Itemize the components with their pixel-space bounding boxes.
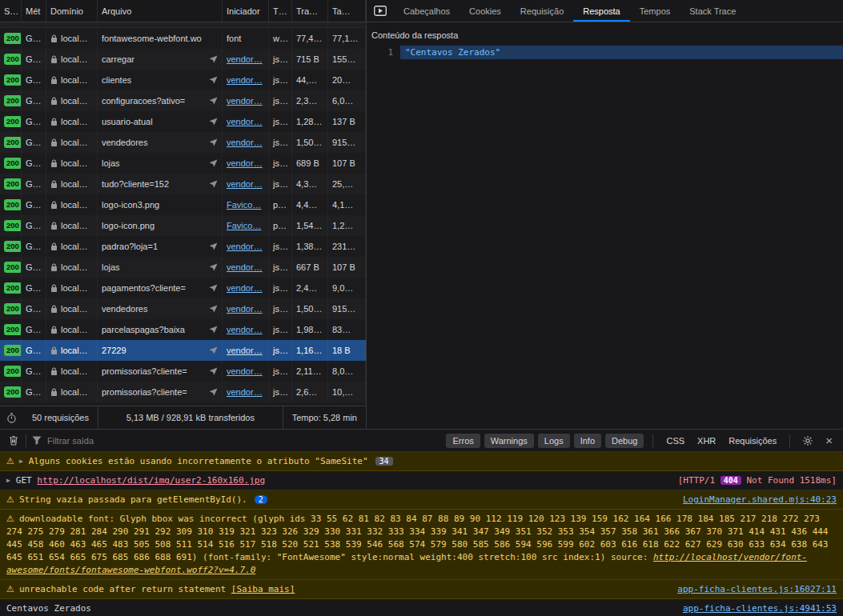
initiator-cell[interactable]: vendor… [223, 340, 269, 361]
details-tab[interactable]: Tempos [630, 0, 680, 22]
column-header[interactable]: T… [269, 0, 292, 22]
initiator-link[interactable]: vendor… [227, 179, 263, 189]
console-filter-category[interactable]: Requisições [725, 434, 781, 448]
network-request-row[interactable]: 200 G… local… clientes vendor… js… 44,… … [0, 70, 366, 90]
response-section-title[interactable]: Conteúdo da resposta [367, 22, 843, 46]
console-filter-category[interactable]: XHR [693, 434, 720, 448]
console-filter-category[interactable]: CSS [662, 434, 688, 448]
source-location-link[interactable]: app-ficha-clientes.js:4941:53 [683, 603, 837, 614]
console-settings-gear-icon[interactable] [799, 430, 817, 451]
initiator-cell[interactable]: Favico… [223, 215, 269, 236]
initiator-cell[interactable]: vendor… [223, 132, 269, 153]
clear-console-icon[interactable] [6, 430, 22, 451]
network-request-row[interactable]: 200 G… local… promissorias?cliente= vend… [0, 361, 366, 382]
column-header[interactable]: Iniciador [223, 0, 269, 22]
initiator-link[interactable]: vendor… [227, 242, 263, 251]
network-request-row[interactable]: 200 G… local… promissorias?cliente= vend… [0, 382, 366, 402]
initiator-link[interactable]: vendor… [227, 96, 263, 106]
console-filter-toggle[interactable]: Info [574, 434, 601, 448]
transferred-cell: 1,54… [292, 215, 328, 236]
initiator-cell[interactable]: vendor… [223, 319, 269, 340]
initiator-link[interactable]: vendor… [227, 325, 263, 334]
initiator-cell[interactable]: vendor… [223, 236, 269, 257]
performance-analysis-icon[interactable] [0, 406, 23, 429]
initiator-cell[interactable]: font [223, 28, 269, 49]
initiator-cell[interactable]: vendor… [223, 111, 269, 132]
initiator-link[interactable]: vendor… [227, 283, 263, 293]
initiator-link[interactable]: Favico… [227, 221, 261, 230]
expand-caret-icon[interactable]: ▶ [6, 477, 10, 484]
console-filter-toggle[interactable]: Warnings [484, 434, 534, 448]
network-request-row[interactable]: 200 G… local… configuracoes?ativo= vendo… [0, 90, 366, 111]
initiator-link[interactable]: vendor… [227, 138, 263, 147]
console-filter-toggle[interactable]: Erros [446, 434, 480, 448]
initiator-cell[interactable]: vendor… [223, 70, 269, 90]
close-split-console-icon[interactable]: × [821, 434, 837, 446]
details-tab[interactable]: Cookies [460, 0, 511, 22]
column-header[interactable]: Tra… [292, 0, 328, 22]
column-header[interactable]: Arquivo [98, 0, 223, 22]
console-message[interactable]: Centavos Zeradosapp-ficha-clientes.js:49… [0, 599, 843, 616]
network-request-row[interactable]: 200 G… local… vendedores vendor… js… 1,5… [0, 298, 366, 319]
network-request-row[interactable]: 200 G… local… lojas vendor… js… 667 B 10… [0, 257, 366, 278]
initiator-cell[interactable]: vendor… [223, 174, 269, 194]
domain-cell: local… [46, 382, 98, 402]
initiator-link[interactable]: vendor… [227, 158, 263, 168]
initiator-link[interactable]: vendor… [227, 75, 263, 85]
column-header[interactable]: Ta… [328, 0, 366, 22]
network-request-row[interactable]: 200 G… local… lojas vendor… js… 689 B 10… [0, 153, 366, 174]
console-message[interactable]: ⚠String vazia passada para getElementByI… [0, 490, 843, 510]
source-location-link[interactable]: LoginManager.shared.mjs:40:23 [683, 494, 837, 505]
network-request-row[interactable]: 200 G… local… vendedores vendor… js… 1,5… [0, 132, 366, 153]
initiator-cell[interactable]: vendor… [223, 49, 269, 70]
initiator-cell[interactable]: vendor… [223, 298, 269, 319]
play-panel-icon[interactable] [367, 0, 394, 22]
network-request-row[interactable]: 200 G… local… padrao?loja=1 vendor… js… … [0, 236, 366, 257]
details-tab[interactable]: Stack Trace [680, 0, 745, 22]
console-message[interactable]: ▶GET http://localhost/dist/img/user2-160… [0, 471, 843, 490]
initiator-link[interactable]: vendor… [227, 54, 263, 64]
network-request-row[interactable]: 200 G… local… logo-icon.png Favico… p… 1… [0, 215, 366, 236]
network-request-row[interactable]: 200 G… local… logo-icon3.png Favico… p… … [0, 194, 366, 215]
network-request-row[interactable]: 200 G… local… 27229 vendor… js… 1,16… 18… [0, 340, 366, 361]
initiator-link[interactable]: Favico… [227, 200, 261, 210]
column-header[interactable]: Domínio [46, 0, 98, 22]
network-request-row[interactable]: 200 G… local… tudo?cliente=152 vendor… j… [0, 174, 366, 194]
initiator-link[interactable]: vendor… [227, 387, 263, 397]
network-request-list[interactable]: 200 G… local… fontawesome-webfont.wo fon… [0, 28, 366, 406]
column-header[interactable]: Mét [22, 0, 46, 22]
initiator-cell[interactable]: vendor… [223, 90, 269, 111]
details-tab[interactable]: Cabeçalhos [394, 0, 460, 22]
initiator-cell[interactable]: vendor… [223, 361, 269, 382]
console-filter-input[interactable] [47, 436, 199, 446]
initiator-cell[interactable]: vendor… [223, 382, 269, 402]
response-line[interactable]: 1 "Centavos Zerados" [367, 46, 843, 59]
initiator-link[interactable]: vendor… [227, 366, 263, 376]
expand-caret-icon[interactable]: ▶ [19, 458, 23, 465]
column-header[interactable]: S… [0, 0, 22, 22]
network-request-row[interactable]: 200 G… local… pagamentos?cliente= vendor… [0, 278, 366, 298]
console-filter-toggle[interactable]: Debug [605, 434, 644, 448]
initiator-link[interactable]: vendor… [227, 304, 263, 314]
initiator-link[interactable]: vendor… [227, 117, 263, 126]
request-url-link[interactable]: http://localhost/dist/img/user2-160x160.… [37, 475, 265, 486]
details-tab[interactable]: Requisição [511, 0, 573, 22]
initiator-cell[interactable]: Favico… [223, 194, 269, 215]
size-cell: 77,1… [328, 28, 366, 49]
details-tab[interactable]: Resposta [573, 0, 629, 22]
console-message[interactable]: ⚠▶Alguns cookies estão usando incorretam… [0, 452, 843, 471]
initiator-link[interactable]: vendor… [227, 346, 263, 355]
learn-more-link[interactable]: [Saiba mais] [231, 584, 295, 594]
console-filter-toggle[interactable]: Logs [538, 434, 570, 448]
network-request-row[interactable]: 200 G… local… parcelaspagas?baixa vendor… [0, 319, 366, 340]
source-location-link[interactable]: app-ficha-clientes.js:16027:11 [677, 584, 837, 594]
initiator-cell[interactable]: vendor… [223, 278, 269, 298]
network-request-row[interactable]: 200 G… local… usuario-atual vendor… js… … [0, 111, 366, 132]
initiator-cell[interactable]: vendor… [223, 257, 269, 278]
network-request-row[interactable]: 200 G… local… carregar vendor… js… 715 B… [0, 49, 366, 70]
network-request-row[interactable]: 200 G… local… fontawesome-webfont.wo fon… [0, 28, 366, 49]
initiator-cell[interactable]: vendor… [223, 153, 269, 174]
console-message[interactable]: ⚠downloadable font: Glyph bbox was incor… [0, 510, 843, 580]
initiator-link[interactable]: vendor… [227, 262, 263, 272]
console-message[interactable]: ⚠unreachable code after return statement… [0, 580, 843, 599]
